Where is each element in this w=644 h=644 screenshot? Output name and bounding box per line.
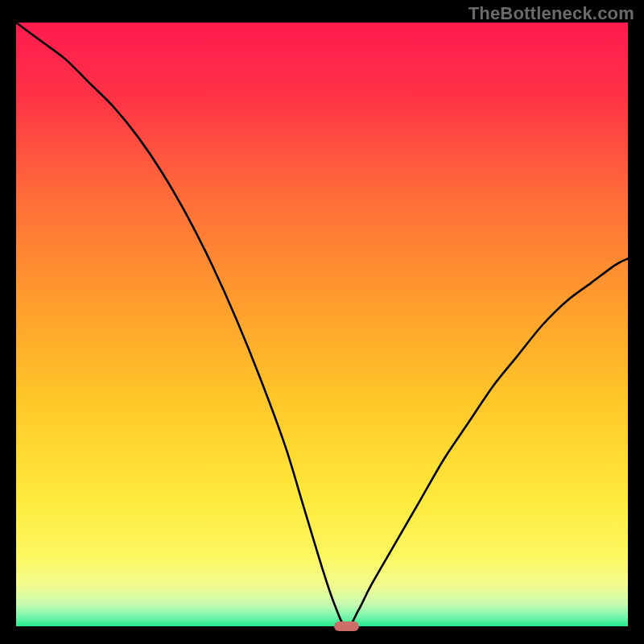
optimum-marker (334, 621, 358, 631)
chart-frame: TheBottleneck.com (0, 0, 644, 644)
plot-svg (16, 23, 628, 628)
gradient-background (16, 23, 628, 628)
watermark-text: TheBottleneck.com (469, 3, 634, 24)
bottleneck-plot (16, 23, 628, 628)
